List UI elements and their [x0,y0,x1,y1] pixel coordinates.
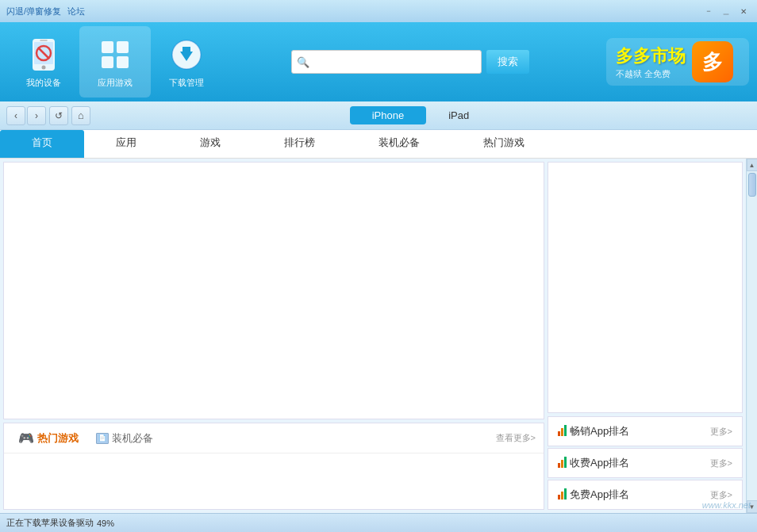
rank-charged-more[interactable]: 更多> [710,457,732,469]
scroll-up-button[interactable]: ▲ [747,159,758,171]
search-input[interactable] [313,56,476,67]
rank-item-paid[interactable]: 畅销App排名 更多> [548,416,743,446]
market-subtitle: 不越狱 全免费 [616,68,686,80]
tab-home[interactable]: 首页 [0,130,84,158]
bar-chart-icon-charged [558,457,570,470]
search-box: 🔍 [291,50,482,74]
rank-item-charged[interactable]: 收费App排名 更多> [548,448,743,478]
right-banner [548,162,743,413]
tab-ipad[interactable]: iPad [426,106,491,124]
minimize-button[interactable]: － [701,5,716,17]
flash-repair-link[interactable]: 闪退/弹窗修复 [6,6,61,17]
scroll-thumb[interactable] [748,173,756,197]
market-logo: 多 [692,41,733,82]
svg-rect-9 [117,56,129,68]
must-install-tab[interactable]: 📄 装机必备 [90,429,159,448]
file-icon: 📄 [96,433,109,444]
svg-point-2 [42,65,46,69]
forward-button[interactable]: › [27,106,46,125]
rank-paid-label: 畅销App排名 [570,424,710,438]
banner-area [3,162,544,419]
forum-link[interactable]: 论坛 [67,6,85,17]
tab-iphone[interactable]: iPhone [350,106,426,124]
nav-my-device[interactable]: 我的设备 [8,26,79,98]
status-bar: 正在下载苹果设备驱动 49% [0,513,757,532]
bar-chart-icon-paid [558,425,570,438]
rank-free-more[interactable]: 更多> [710,489,732,501]
nav-bar: ‹ › ↺ ⌂ iPhone iPad [0,101,757,130]
section-header: 🎮 热门游戏 📄 装机必备 查看更多> [4,423,544,454]
tab-ranking[interactable]: 排行榜 [252,130,347,158]
home-button[interactable]: ⌂ [71,106,90,125]
market-title: 多多市场 [616,44,686,68]
market-text: 多多市场 不越狱 全免费 [616,44,686,80]
apps-games-icon [96,36,134,74]
tab-apps[interactable]: 应用 [84,130,168,158]
market-banner[interactable]: 多多市场 不越狱 全免费 多 [606,38,749,86]
tab-games[interactable]: 游戏 [168,130,252,158]
nav-download-mgr[interactable]: 下载管理 [151,26,222,98]
status-text: 正在下载苹果设备驱动 [6,517,94,529]
svg-rect-6 [102,41,113,53]
search-area: 🔍 搜索 [222,50,598,74]
header: 我的设备 应用游戏 下载管理 🔍 [0,22,757,101]
bottom-section: 🎮 热门游戏 📄 装机必备 查看更多> [3,423,544,510]
rank-free-label: 免费App排名 [570,488,710,502]
left-panel: 🎮 热门游戏 📄 装机必备 查看更多> [0,159,548,513]
nav-download-mgr-label: 下载管理 [169,77,204,89]
category-tabs: 首页 应用 游戏 排行榜 装机必备 热门游戏 [0,130,757,159]
svg-rect-7 [117,41,129,53]
search-button[interactable]: 搜索 [486,50,529,74]
refresh-button[interactable]: ↺ [49,106,68,125]
rank-paid-more[interactable]: 更多> [710,426,732,438]
download-icon [167,36,206,74]
right-panel: 畅销App排名 更多> 收费App排名 更多> [548,159,746,513]
back-button[interactable]: ‹ [6,106,25,125]
scrollbar: ▲ ▼ [746,159,757,513]
rank-list: 畅销App排名 更多> 收费App排名 更多> [548,416,743,510]
tab-must-install[interactable]: 装机必备 [347,130,452,158]
maximize-button[interactable]: ＿ [719,5,733,17]
status-progress: 49% [97,519,114,528]
hot-games-tab[interactable]: 🎮 热门游戏 [12,428,85,448]
search-icon: 🔍 [297,56,309,68]
device-icon [25,36,63,74]
nav-arrows: ‹ › [6,106,46,125]
rank-charged-label: 收费App排名 [570,456,710,470]
title-bar: 闪退/弹窗修复 论坛 － ＿ ✕ [0,0,757,22]
nav-my-device-label: 我的设备 [26,77,61,89]
bar-chart-icon-free [558,488,570,502]
scroll-track[interactable] [747,171,757,500]
watermark: www.kkx.net [702,500,751,510]
main-content: 🎮 热门游戏 📄 装机必备 查看更多> [0,159,757,513]
gamepad-icon: 🎮 [18,431,34,446]
close-button[interactable]: ✕ [736,5,751,17]
tab-hot-games[interactable]: 热门游戏 [452,130,556,158]
svg-rect-13 [183,47,190,53]
nav-apps-games-label: 应用游戏 [98,77,133,89]
device-tabs: iPhone iPad [90,106,751,124]
svg-rect-8 [102,56,113,68]
nav-apps-games[interactable]: 应用游戏 [79,26,151,98]
see-more-link[interactable]: 查看更多> [496,432,536,444]
